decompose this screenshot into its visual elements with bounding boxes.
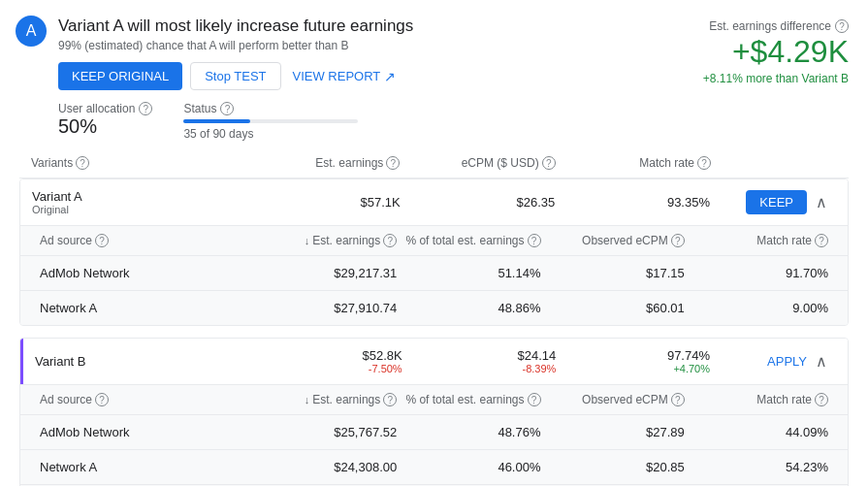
table-header: Variants ? Est. earnings ? eCPM ($ USD) … (19, 148, 849, 178)
sub-pct-a-1: 48.86% (397, 301, 540, 315)
variant-b-sub-table: Ad source ? ↓ Est. earnings ? % of total… (20, 384, 848, 486)
sub-th-pct-help-b[interactable]: ? (528, 393, 541, 406)
sub-match-a-0: 91.70% (685, 266, 828, 280)
variant-b-row-1: Network A $24,308.00 46.00% $20.85 54.23… (20, 450, 848, 485)
th-variants-help[interactable]: ? (76, 156, 89, 170)
sub-th-match-b: Match rate ? (685, 393, 828, 406)
variant-a-header: Variant A Original $57.1K $26.35 93.35% … (20, 179, 848, 225)
th-est-earnings-help[interactable]: ? (386, 156, 400, 170)
est-earnings-label: Est. earnings difference (709, 19, 831, 33)
sub-earnings-a-0: $29,217.31 (253, 266, 397, 280)
th-ecpm: eCPM ($ USD) ? (400, 156, 555, 170)
page-subtitle: 99% (estimated) chance that A will perfo… (58, 39, 413, 52)
sub-th-match-help-a[interactable]: ? (815, 234, 828, 247)
view-report-button[interactable]: VIEW REPORT ↗ (289, 62, 401, 90)
variant-b-earnings-group: $52.8K -7.50% (248, 348, 402, 374)
sub-earnings-b-1: $24,308.00 (253, 460, 397, 474)
sub-pct-a-0: 51.14% (397, 266, 540, 280)
sub-earnings-b-0: $25,767.52 (253, 425, 397, 439)
user-allocation-value: 50% (58, 115, 152, 138)
sub-ecpm-b-0: $27.89 (541, 425, 685, 439)
th-ecpm-help[interactable]: ? (542, 156, 556, 170)
sub-th-source-b: Ad source ? (40, 393, 253, 406)
sub-match-b-0: 44.09% (685, 425, 828, 439)
sub-match-b-1: 54.23% (685, 460, 828, 474)
variant-b-row: Variant B $52.8K -7.50% $24.14 -8.39% 97… (19, 338, 849, 486)
sub-th-observed-help-b[interactable]: ? (671, 393, 685, 406)
variant-b-header: Variant B $52.8K -7.50% $24.14 -8.39% 97… (20, 339, 848, 384)
progress-bar (183, 119, 358, 123)
sub-th-pct-b: % of total est. earnings ? (397, 393, 540, 406)
variant-a-ecpm: $26.35 (401, 195, 556, 210)
variant-b-collapse-icon[interactable]: ∧ (807, 352, 836, 371)
sub-table-b-header: Ad source ? ↓ Est. earnings ? % of total… (20, 385, 848, 415)
variant-a-row: Variant A Original $57.1K $26.35 93.35% … (19, 178, 849, 326)
sub-th-earnings-help-a[interactable]: ? (383, 234, 397, 247)
sub-th-match-a: Match rate ? (685, 234, 828, 247)
sub-th-observed-a: Observed eCPM ? (541, 234, 685, 247)
variant-b-row-0: AdMob Network $25,767.52 48.76% $27.89 4… (20, 415, 848, 450)
sub-pct-b-1: 46.00% (397, 460, 540, 474)
sub-ecpm-a-0: $17.15 (541, 266, 685, 280)
variant-b-match-group: 97.74% +4.70% (556, 348, 710, 374)
th-variants: Variants ? (31, 156, 244, 170)
variant-a-name: Variant A (32, 189, 245, 204)
sub-source-b-0: AdMob Network (40, 425, 253, 439)
sub-match-a-1: 9.00% (685, 301, 828, 315)
progress-bar-fill (183, 119, 249, 123)
est-earnings-value: +$4.29K (703, 33, 849, 70)
th-est-earnings: Est. earnings ? (244, 156, 400, 170)
sub-th-earnings-a: ↓ Est. earnings ? (253, 234, 397, 247)
variant-b-apply-button[interactable]: APPLY (767, 354, 807, 369)
sub-th-pct-a: % of total est. earnings ? (397, 234, 540, 247)
status-help-icon[interactable]: ? (220, 102, 234, 115)
sub-th-earnings-b: ↓ Est. earnings ? (253, 393, 397, 406)
est-earnings-help-icon[interactable]: ? (835, 19, 849, 33)
avatar: A (16, 16, 47, 47)
est-earnings-sub: +8.11% more than Variant B (703, 72, 849, 85)
th-match-rate: Match rate ? (556, 156, 711, 170)
days-text: 35 of 90 days (183, 127, 358, 141)
sub-pct-b-0: 48.76% (397, 425, 540, 439)
status-label: Status (183, 102, 216, 115)
variant-a-sub-table: Ad source ? ↓ Est. earnings ? % of total… (20, 225, 848, 325)
sub-th-earnings-help-b[interactable]: ? (383, 393, 397, 406)
sub-th-match-help-b[interactable]: ? (815, 393, 828, 406)
sub-ecpm-b-1: $20.85 (541, 460, 685, 474)
keep-original-button[interactable]: KEEP ORIGINAL (58, 62, 182, 90)
sub-th-pct-help-a[interactable]: ? (528, 234, 541, 247)
th-match-rate-help[interactable]: ? (697, 156, 711, 170)
variant-a-row-0: AdMob Network $29,217.31 51.14% $17.15 9… (20, 256, 848, 291)
variant-a-match: 93.35% (555, 195, 710, 210)
sub-th-source-a: Ad source ? (40, 234, 253, 247)
sub-th-source-help-a[interactable]: ? (95, 234, 109, 247)
user-allocation-help-icon[interactable]: ? (139, 102, 152, 115)
sub-th-source-help-b[interactable]: ? (95, 393, 109, 406)
sub-source-a-1: Network A (40, 301, 253, 315)
sub-th-observed-help-a[interactable]: ? (671, 234, 685, 247)
stop-test-button[interactable]: Stop TEST (190, 62, 280, 90)
sub-th-observed-b: Observed eCPM ? (541, 393, 685, 406)
page-title: Variant A will most likely increase futu… (58, 16, 413, 37)
sub-ecpm-a-1: $60.01 (541, 301, 685, 315)
sub-earnings-a-1: $27,910.74 (253, 301, 397, 315)
variant-a-sub: Original (32, 204, 245, 215)
variant-b-name: Variant B (35, 354, 248, 369)
variant-a-row-1: Network A $27,910.74 48.86% $60.01 9.00% (20, 291, 848, 325)
sub-source-a-0: AdMob Network (40, 266, 253, 280)
variant-b-ecpm-group: $24.14 -8.39% (402, 348, 557, 374)
user-allocation-label: User allocation (58, 102, 135, 115)
external-link-icon: ↗ (384, 69, 396, 84)
sub-table-a-header: Ad source ? ↓ Est. earnings ? % of total… (20, 226, 848, 256)
variant-a-collapse-icon[interactable]: ∧ (807, 193, 836, 211)
variant-a-keep-button[interactable]: KEEP (746, 190, 807, 214)
sub-source-b-1: Network A (40, 460, 253, 474)
variant-a-earnings: $57.1K (245, 195, 401, 210)
